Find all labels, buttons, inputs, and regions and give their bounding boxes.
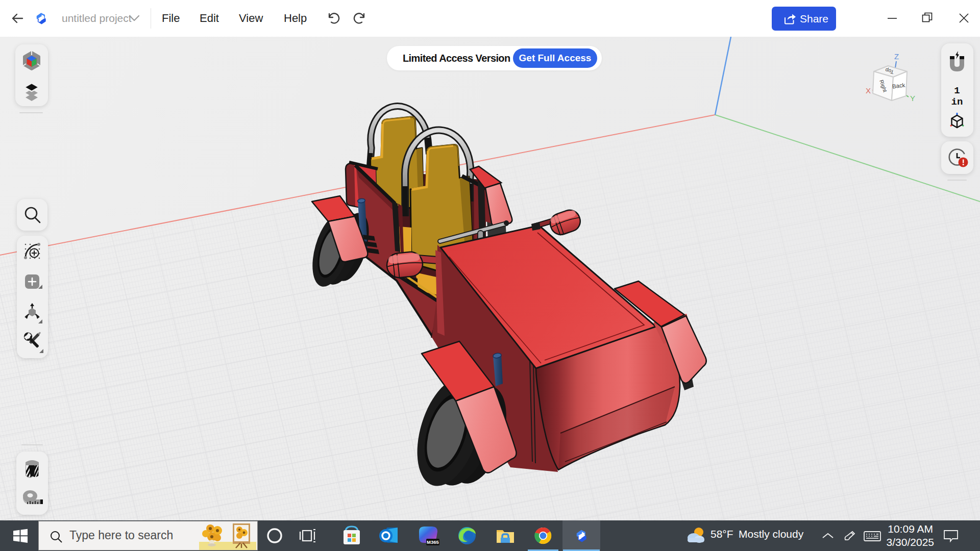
svg-text:Y: Y xyxy=(910,94,915,103)
svg-text:M365: M365 xyxy=(427,539,439,545)
svg-text:X: X xyxy=(866,86,871,95)
svg-text:Z: Z xyxy=(894,52,899,61)
svg-text:1: 1 xyxy=(954,85,960,96)
svg-text:in: in xyxy=(951,96,963,108)
